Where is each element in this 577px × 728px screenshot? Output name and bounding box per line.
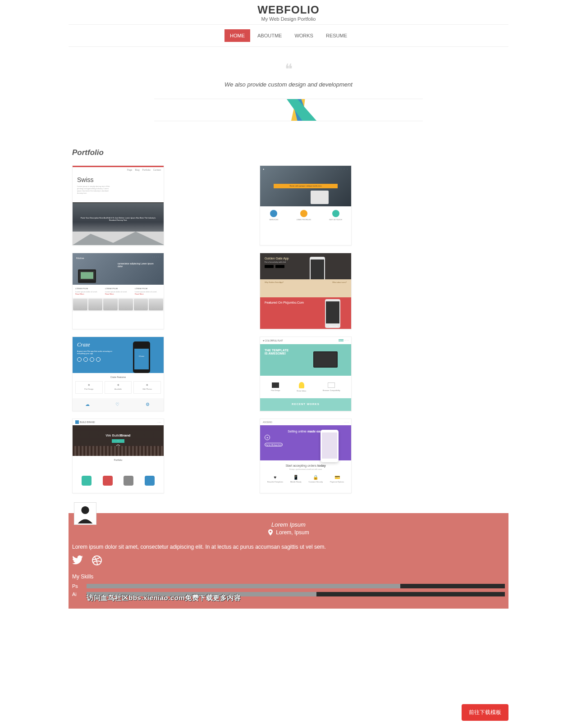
profile-name: Lorem Ipsum <box>72 521 505 528</box>
profile-desc: Lorem ipsum dolor sit amet, consectetur … <box>72 544 505 550</box>
skills-title: My Skills <box>72 573 505 580</box>
skill-ps: Ps <box>72 583 505 589</box>
skill-bar <box>87 584 505 588</box>
footer: Lorem Ipsum Lorem, Ipsum Lorem ipsum dol… <box>69 513 508 609</box>
thumb-sub: Lorem ipsum is simply dummy text of the … <box>77 185 113 194</box>
tagline: My Web Design Portfolio <box>69 16 508 22</box>
thumb-title: Swiss <box>77 176 159 183</box>
hero-illustration <box>154 99 423 121</box>
portfolio-item-motive[interactable]: Motive · · · · · consectetur adipiscing … <box>72 253 164 329</box>
portfolio-item-ascend[interactable]: ASCEND · · · · Selling online made easy … <box>260 419 352 493</box>
thumb-banner: Donec odio quisque volutpat mattis eros <box>274 184 338 188</box>
hero-quote: We also provide custom design and develo… <box>69 81 508 88</box>
main-nav: HOME ABOUTME WORKS RESUME <box>69 25 508 47</box>
profile-location: Lorem, Ipsum <box>268 529 309 536</box>
portfolio-title: Portfolio <box>72 148 505 157</box>
portfolio-item-retina[interactable]: · · · · · Donec odio quisque volutpat ma… <box>260 165 352 246</box>
hero: ❝ We also provide custom design and deve… <box>69 47 508 121</box>
logo[interactable]: WEBFOLIO <box>69 4 508 16</box>
thumb-caption: Paste Your Description Here And Edit It … <box>77 217 159 221</box>
watermark: 访问血鸟社区bbs.xieniao.com免费下载更多内容 <box>87 594 241 602</box>
nav-resume[interactable]: RESUME <box>321 29 353 42</box>
portfolio-item-golden[interactable]: Golden Gate App For a fun activity walk … <box>260 253 352 329</box>
social-links <box>72 555 505 568</box>
pencil-icon <box>280 99 325 121</box>
portfolio-item-craze[interactable]: Craze A great new Flat app that works am… <box>72 337 164 411</box>
quote-icon: ❝ <box>69 60 508 77</box>
nav-aboutme[interactable]: ABOUTME <box>252 29 287 42</box>
header: WEBFOLIO My Web Design Portfolio <box>69 0 508 25</box>
portfolio-grid: PageBlogPortfolioContact Swiss Lorem ips… <box>72 165 505 493</box>
portfolio-item-colorful[interactable]: ♥ COLORFUL FLAT Home · · · · THE TEMPLAT… <box>260 337 352 411</box>
svg-point-3 <box>81 506 89 514</box>
svg-point-4 <box>270 531 271 532</box>
nav-works[interactable]: WORKS <box>289 29 319 42</box>
avatar[interactable] <box>74 502 96 525</box>
pin-icon <box>268 529 273 536</box>
portfolio-item-swiss[interactable]: PageBlogPortfolioContact Swiss Lorem ips… <box>72 165 164 246</box>
nav-home[interactable]: HOME <box>224 29 250 42</box>
dribbble-icon[interactable] <box>92 555 102 568</box>
twitter-icon[interactable] <box>72 555 83 568</box>
portfolio-item-buildbrand[interactable]: BUILD BRAND · · · We BuildBrand ··· ▸ Po… <box>72 419 164 493</box>
